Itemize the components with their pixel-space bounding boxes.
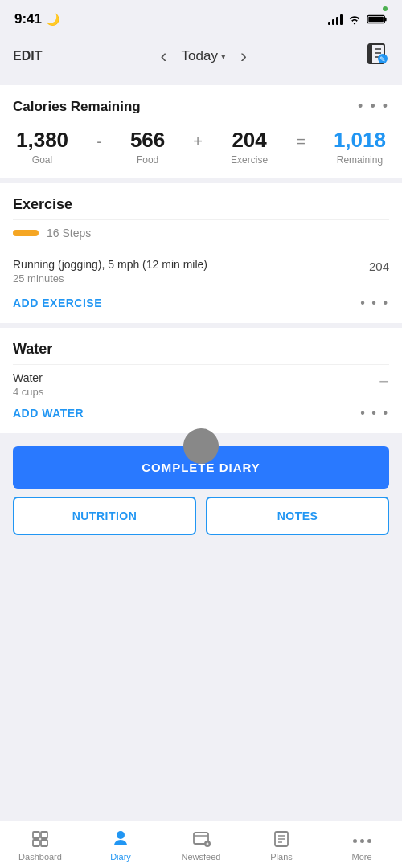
tab-plans[interactable]: Plans (241, 829, 322, 862)
tab-newsfeed[interactable]: Newsfeed (161, 829, 241, 862)
food-calories: 566 Food (130, 128, 165, 166)
exercise-more-button[interactable]: • • • (360, 296, 389, 310)
steps-text: 16 Steps (47, 227, 91, 240)
calories-title: Calories Remaining (13, 99, 141, 115)
calories-more-button[interactable]: • • • (358, 98, 389, 115)
prev-day-button[interactable]: ‹ (154, 42, 174, 71)
date-picker-button[interactable]: Today ▾ (182, 48, 226, 64)
exercise-duration-0: 25 minutes (13, 272, 207, 285)
battery-icon (367, 14, 388, 25)
svg-text:✎: ✎ (379, 55, 386, 63)
newsfeed-icon (191, 829, 211, 849)
tab-more-label: More (351, 852, 371, 862)
water-footer: ADD WATER • • • (13, 406, 389, 420)
steps-progress-bar (13, 230, 39, 236)
goal-calories: 1,380 Goal (16, 128, 68, 166)
tab-dashboard[interactable]: Dashboard (0, 829, 80, 862)
tab-plans-label: Plans (270, 852, 293, 862)
steps-item: 16 Steps (13, 227, 389, 248)
svg-rect-13 (41, 840, 47, 846)
wifi-icon (347, 14, 362, 25)
svg-rect-2 (368, 17, 384, 23)
complete-area: COMPLETE DIARY (0, 446, 402, 489)
dropdown-arrow-icon: ▾ (221, 51, 226, 62)
water-more-button[interactable]: • • • (360, 406, 389, 420)
action-buttons-row: NUTRITION NOTES (13, 497, 389, 535)
date-label-text: Today (182, 48, 218, 64)
actions-area: COMPLETE DIARY NUTRITION NOTES (0, 446, 402, 620)
calories-card: Calories Remaining • • • 1,380 Goal - 56… (0, 85, 402, 178)
nutrition-button[interactable]: NUTRITION (13, 497, 196, 535)
water-divider (13, 364, 389, 365)
remaining-value: 1,018 (334, 128, 386, 153)
plans-icon (272, 829, 291, 849)
exercise-entry-details: Running (jogging), 5 mph (12 min mile) 2… (13, 258, 207, 285)
goal-value: 1,380 (16, 128, 68, 153)
next-day-button[interactable]: › (234, 42, 253, 71)
exercise-footer: ADD EXERCISE • • • (13, 296, 389, 310)
food-value: 566 (130, 128, 165, 153)
tab-diary-label: Diary (110, 852, 131, 862)
tab-diary[interactable]: Diary (80, 829, 161, 862)
svg-rect-10 (33, 832, 39, 838)
exercise-calories: 204 Exercise (231, 128, 268, 166)
home-indicator-bar (0, 862, 402, 868)
minus-operator: - (93, 133, 105, 151)
exercise-section-title: Exercise (13, 196, 72, 212)
food-label: Food (137, 154, 158, 166)
drag-handle (183, 428, 219, 464)
signal-icon (328, 14, 343, 25)
water-info-0: Water 4 cups (13, 371, 43, 398)
exercise-card: Exercise 16 Steps Running (jogging), 5 m… (0, 183, 402, 323)
dashboard-icon (31, 829, 50, 849)
notes-button[interactable]: NOTES (206, 497, 389, 535)
water-amount-0: 4 cups (13, 386, 43, 398)
tab-more[interactable]: More (322, 829, 402, 862)
water-card: Water Water 4 cups − ADD WATER • • • (0, 328, 402, 433)
remove-water-button[interactable]: − (379, 371, 389, 392)
exercise-value: 204 (232, 128, 266, 153)
notification-dot (383, 6, 388, 11)
remaining-label: Remaining (337, 154, 383, 166)
calories-row: 1,380 Goal - 566 Food + 204 Exercise = 1… (13, 128, 389, 166)
water-entry-0: Water 4 cups − (13, 371, 389, 398)
diary-book-icon[interactable]: ✎ (365, 43, 389, 70)
app-header: EDIT ‹ Today ▾ › ✎ (0, 35, 402, 80)
equals-operator: = (293, 133, 309, 151)
remaining-calories: 1,018 Remaining (334, 128, 386, 166)
plus-operator: + (190, 133, 206, 151)
moon-icon: 🌙 (46, 13, 59, 26)
svg-rect-4 (368, 44, 372, 63)
calories-header: Calories Remaining • • • (13, 98, 389, 115)
status-bar: 9:41 🌙 (0, 0, 402, 35)
svg-rect-12 (33, 840, 39, 846)
svg-rect-11 (41, 832, 47, 838)
exercise-label: Exercise (231, 154, 268, 166)
add-exercise-button[interactable]: ADD EXERCISE (13, 297, 102, 309)
edit-button[interactable]: EDIT (13, 49, 42, 63)
diary-icon (111, 829, 130, 849)
date-navigation: ‹ Today ▾ › (154, 42, 253, 71)
exercise-calories-0: 204 (369, 260, 389, 273)
tab-newsfeed-label: Newsfeed (182, 852, 221, 862)
goal-label: Goal (32, 154, 52, 166)
more-icon (353, 829, 371, 849)
water-section-title: Water (13, 341, 52, 357)
add-water-button[interactable]: ADD WATER (13, 407, 84, 420)
status-icons (328, 14, 388, 25)
tab-dashboard-label: Dashboard (18, 852, 62, 862)
svg-point-14 (117, 831, 125, 839)
water-name-0: Water (13, 371, 43, 384)
exercise-divider (13, 219, 389, 220)
svg-rect-1 (384, 18, 386, 22)
exercise-name-0: Running (jogging), 5 mph (12 min mile) (13, 258, 207, 271)
exercise-entry-0: Running (jogging), 5 mph (12 min mile) 2… (13, 258, 389, 285)
status-time: 9:41 (14, 11, 42, 27)
